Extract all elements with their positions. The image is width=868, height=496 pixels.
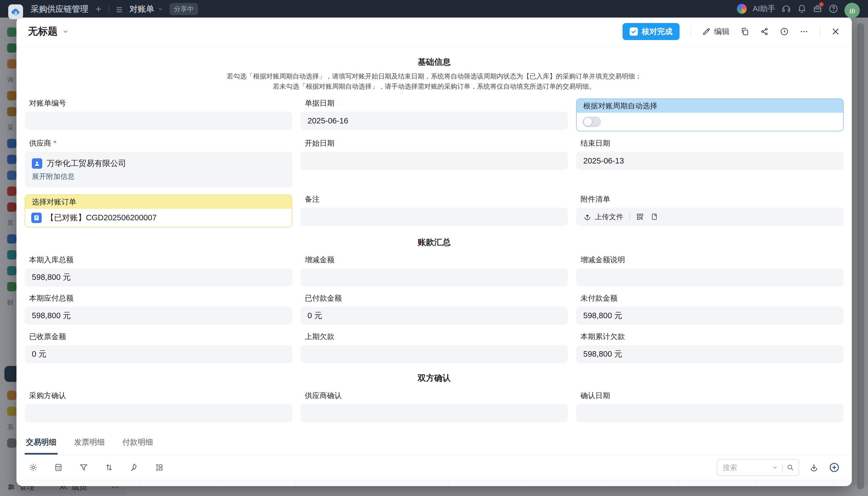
download-icon[interactable] [809, 463, 819, 472]
upload-icon [583, 213, 591, 221]
chevron-down-icon [772, 464, 778, 471]
paste-doc-icon[interactable] [650, 213, 658, 221]
column-header[interactable]: 所属采购订单 [141, 480, 218, 486]
tab-invoice-detail[interactable]: 发票明细 [73, 433, 106, 454]
adjust-amount-input[interactable] [300, 268, 568, 286]
field-label: 附件清单 [580, 195, 843, 204]
pin-icon[interactable] [129, 463, 139, 472]
payable-total-value[interactable]: 598,800 元 [25, 307, 292, 325]
prev-debt-input[interactable] [300, 345, 568, 363]
search-placeholder: 搜索 [723, 463, 768, 472]
column-header[interactable]: 采购明细 [63, 480, 141, 486]
confirm-date-input[interactable] [576, 404, 843, 422]
invoiced-amount-value[interactable]: 0 元 [25, 345, 292, 363]
column-header[interactable]: 规格型号 [295, 480, 373, 486]
supplier-avatar-icon [32, 158, 42, 169]
search-icon [787, 464, 794, 471]
column-header[interactable]: 发货数量 [756, 480, 834, 486]
field-inbound-total: 本期入库总额 598,800 元 [25, 255, 292, 286]
notification-dot [819, 2, 824, 6]
ai-assistant-icon[interactable] [737, 4, 747, 14]
field-label: 供应商 * [29, 139, 292, 148]
card-view-icon[interactable] [54, 463, 63, 472]
workspace-icon[interactable] [812, 4, 822, 14]
menu-icon[interactable] [115, 5, 123, 13]
more-actions-icon[interactable] [800, 27, 808, 36]
user-avatar[interactable] [844, 3, 860, 18]
copy-icon[interactable] [741, 27, 749, 36]
app-title: 采购供应链管理 [31, 3, 88, 15]
field-supplier-confirm: 供应商确认 [300, 391, 568, 422]
period-debt-value[interactable]: 598,800 元 [576, 345, 843, 363]
buyer-confirm-input[interactable] [25, 404, 292, 422]
field-label: 结束日期 [580, 139, 843, 148]
detail-table-header: 采购明细 所属采购订单 产品 规格型号 单位 采购数量 [16, 480, 852, 486]
field-label: 备注 [305, 195, 568, 204]
auto-select-toggle[interactable] [583, 117, 601, 127]
edit-button[interactable]: 编辑 [702, 26, 729, 37]
bill-no-input[interactable] [25, 112, 292, 130]
unpaid-amount-value[interactable]: 598,800 元 [576, 307, 843, 325]
search-input[interactable]: 搜索 [717, 459, 799, 476]
end-date-input[interactable]: 2025-06-13 [576, 152, 843, 170]
ai-assistant-label[interactable]: AI助手 [753, 3, 775, 14]
select-order-input[interactable]: 【已对账】CGD202506200007 [25, 209, 292, 227]
sort-icon[interactable] [104, 463, 113, 472]
tab-payment-detail[interactable]: 付款明细 [121, 433, 154, 454]
section-desc-line2: 若未勾选「根据对账周期自动选择」，请手动选择需对账的采购订单，系统将仅自动填充所… [16, 81, 852, 91]
doc-tab[interactable]: 对账单 [129, 3, 164, 15]
section-heading-summary: 账款汇总 [16, 237, 852, 248]
field-supplier: 供应商 * 万华化工贸易有限公司 展开附加信息 [25, 139, 292, 187]
screen: 询 采 库 财 系 [0, 0, 868, 496]
close-icon[interactable] [831, 27, 840, 36]
add-record-icon[interactable] [829, 462, 840, 473]
complete-check-button[interactable]: 核对完成 [622, 23, 680, 40]
column-header[interactable]: 采购金额 [602, 480, 679, 486]
column-header[interactable]: 采购数量 [449, 480, 525, 486]
order-icon [31, 213, 42, 223]
supplier-confirm-input[interactable] [300, 404, 568, 422]
field-prev-debt: 上期欠款 [300, 332, 568, 363]
start-date-input[interactable] [300, 152, 568, 170]
record-title[interactable]: 无标题 [28, 25, 69, 38]
field-attachments: 附件清单 上传文件 [576, 195, 843, 226]
field-label: 对账单编号 [29, 98, 292, 108]
row-height-icon[interactable] [155, 463, 164, 472]
column-header[interactable]: 单位 [373, 480, 449, 486]
select-all-checkbox[interactable] [16, 480, 63, 486]
pencil-icon [702, 27, 711, 36]
supplier-input[interactable]: 万华化工贸易有限公司 展开附加信息 [25, 152, 292, 187]
chevron-down-icon [157, 6, 164, 12]
help-icon[interactable] [828, 4, 838, 14]
paid-amount-value[interactable]: 0 元 [300, 307, 568, 325]
share-icon[interactable] [760, 27, 769, 36]
new-tab-plus-icon[interactable] [94, 5, 103, 13]
inbound-total-value[interactable]: 598,800 元 [25, 268, 292, 286]
qr-code-icon[interactable] [636, 213, 644, 221]
detail-tabs: 交易明细 发票明细 付款明细 [16, 433, 852, 455]
modal-header: 无标题 核对完成 编辑 [16, 16, 852, 47]
upload-file-button[interactable]: 上传文件 [583, 212, 623, 222]
column-header[interactable]: 产品 [218, 480, 295, 486]
history-clock-icon[interactable] [780, 27, 789, 36]
field-adjust-amount: 增减金额 [300, 255, 568, 286]
attachments-area: 上传文件 [576, 208, 843, 226]
remark-input[interactable] [300, 208, 568, 226]
doc-date-input[interactable]: 2025-06-16 [300, 112, 568, 130]
adjust-note-input[interactable] [576, 268, 843, 286]
expand-extra-info-link[interactable]: 展开附加信息 [32, 172, 75, 181]
headset-icon[interactable] [781, 4, 791, 14]
app-logo[interactable] [8, 4, 23, 19]
field-remark: 备注 [300, 195, 568, 226]
section-heading-confirm: 双方确认 [16, 373, 852, 384]
field-label: 单据日期 [305, 98, 568, 108]
column-header[interactable]: 要求到货日期 [679, 480, 756, 486]
column-header[interactable]: 采购单价 [525, 480, 602, 486]
filter-icon[interactable] [79, 463, 88, 472]
section-desc-line1: 若勾选「根据对账周期自动选择」，请填写对账开始日期及结束日期，系统将自动筛选该周… [16, 71, 852, 81]
field-period-debt: 本期累计欠款 598,800 元 [576, 332, 843, 363]
tab-transaction-detail[interactable]: 交易明细 [25, 433, 58, 454]
field-adjust-note: 增减金额说明 [576, 255, 843, 286]
notification-bell-icon[interactable] [797, 4, 807, 13]
settings-gear-icon[interactable] [29, 463, 38, 472]
